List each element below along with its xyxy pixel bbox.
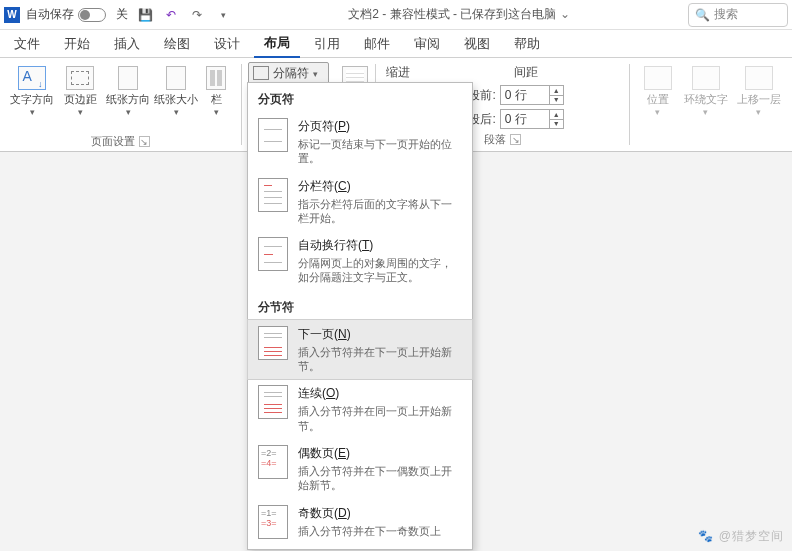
qat-customize[interactable]: ▾ xyxy=(212,4,234,26)
chevron-down-icon: ▾ xyxy=(126,107,131,117)
spin-up-icon[interactable]: ▲ xyxy=(550,86,563,96)
text-direction-icon: A↓ xyxy=(18,66,46,90)
tab-help[interactable]: 帮助 xyxy=(504,31,550,57)
search-input[interactable]: 🔍 搜索 xyxy=(688,3,788,27)
chevron-down-icon: ▾ xyxy=(756,107,761,117)
item-title: 奇数页(D) xyxy=(298,505,462,522)
bring-forward-button[interactable]: 上移一层 ▾ xyxy=(732,62,786,117)
redo-button[interactable]: ↷ xyxy=(186,4,208,26)
spacing-before-value: 0 行 xyxy=(501,86,549,104)
chevron-down-icon: ▾ xyxy=(30,107,35,117)
item-title: 分栏符(C) xyxy=(298,178,462,195)
tab-home[interactable]: 开始 xyxy=(54,31,100,57)
columns-button[interactable]: 栏 ▾ xyxy=(202,62,230,117)
item-desc: 指示分栏符后面的文字将从下一栏开始。 xyxy=(298,197,462,226)
wrap-text-icon xyxy=(692,66,720,90)
orientation-button[interactable]: 纸张方向 ▾ xyxy=(106,62,150,117)
continuous-icon xyxy=(258,385,288,419)
tab-layout[interactable]: 布局 xyxy=(254,30,300,58)
chevron-down-icon: ▾ xyxy=(174,107,179,117)
spin-down-icon[interactable]: ▼ xyxy=(550,120,563,129)
menu-item-continuous[interactable]: 连续(O) 插入分节符并在同一页上开始新节。 xyxy=(248,379,472,439)
tab-view[interactable]: 视图 xyxy=(454,31,500,57)
search-placeholder: 搜索 xyxy=(714,6,738,23)
orientation-label: 纸张方向 xyxy=(106,93,150,106)
margins-button[interactable]: 页边距 ▾ xyxy=(58,62,102,117)
item-desc: 插入分节符并在下一页上开始新节。 xyxy=(298,345,462,374)
page-break-icon xyxy=(258,118,288,152)
spacing-header: 间距 xyxy=(514,62,538,82)
menu-item-page-break[interactable]: 分页符(P) 标记一页结束与下一页开始的位置。 xyxy=(248,112,472,172)
chevron-down-icon: ▾ xyxy=(655,107,660,117)
chevron-down-icon: ▾ xyxy=(78,107,83,117)
odd-page-icon: =1==3= xyxy=(258,505,288,539)
breaks-icon xyxy=(253,66,269,80)
size-icon xyxy=(166,66,186,90)
breaks-label: 分隔符 xyxy=(273,65,309,82)
tab-draw[interactable]: 绘图 xyxy=(154,31,200,57)
text-direction-label: 文字方向 xyxy=(10,93,54,106)
menu-item-column-break[interactable]: 分栏符(C) 指示分栏符后面的文字将从下一栏开始。 xyxy=(248,172,472,232)
menu-item-next-page[interactable]: 下一页(N) 插入分节符并在下一页上开始新节。 xyxy=(248,320,472,380)
item-title: 自动换行符(T) xyxy=(298,237,462,254)
spacing-after-spin[interactable]: 0 行 ▲▼ xyxy=(500,109,564,129)
item-desc: 分隔网页上的对象周围的文字，如分隔题注文字与正文。 xyxy=(298,256,462,285)
paragraph-launcher[interactable]: ↘ xyxy=(510,134,521,145)
spin-up-icon[interactable]: ▲ xyxy=(550,110,563,120)
menu-item-odd-page[interactable]: =1==3= 奇数页(D) 插入分节符并在下一奇数页上 xyxy=(248,499,472,545)
watermark: 🐾 @猎梦空间 xyxy=(698,528,784,545)
tab-insert[interactable]: 插入 xyxy=(104,31,150,57)
item-desc: 标记一页结束与下一页开始的位置。 xyxy=(298,137,462,166)
menu-item-even-page[interactable]: =2==4= 偶数页(E) 插入分节符并在下一偶数页上开始新节。 xyxy=(248,439,472,499)
text-wrap-break-icon xyxy=(258,237,288,271)
bring-forward-icon xyxy=(745,66,773,90)
chevron-down-icon: ▾ xyxy=(703,107,708,117)
autosave-state: 关 xyxy=(116,6,128,23)
pagesetup-launcher[interactable]: ↘ xyxy=(139,136,150,147)
item-title: 下一页(N) xyxy=(298,326,462,343)
wrap-text-button[interactable]: 环绕文字 ▾ xyxy=(684,62,728,117)
tab-mailings[interactable]: 邮件 xyxy=(354,31,400,57)
text-direction-button[interactable]: A↓ 文字方向 ▾ xyxy=(10,62,54,117)
tab-references[interactable]: 引用 xyxy=(304,31,350,57)
item-desc: 插入分节符并在同一页上开始新节。 xyxy=(298,404,462,433)
orientation-icon xyxy=(118,66,138,90)
even-page-icon: =2==4= xyxy=(258,445,288,479)
next-page-icon xyxy=(258,326,288,360)
spacing-before-spin[interactable]: 0 行 ▲▼ xyxy=(500,85,564,105)
section-pagebreaks-title: 分页符 xyxy=(248,83,472,112)
section-sectionbreaks-title: 分节符 xyxy=(248,291,472,320)
tab-review[interactable]: 审阅 xyxy=(404,31,450,57)
breaks-dropdown: 分页符 分页符(P) 标记一页结束与下一页开始的位置。 分栏符(C) 指示分栏符… xyxy=(247,82,473,550)
breaks-button[interactable]: 分隔符 ▾ xyxy=(248,62,330,84)
spacing-after-value: 0 行 xyxy=(501,110,549,128)
menu-item-text-wrapping-break[interactable]: 自动换行符(T) 分隔网页上的对象周围的文字，如分隔题注文字与正文。 xyxy=(248,231,472,291)
undo-button[interactable]: ↶ xyxy=(160,4,182,26)
save-button[interactable]: 💾 xyxy=(134,4,156,26)
title-dropdown-icon[interactable]: ⌄ xyxy=(560,7,570,21)
column-break-icon xyxy=(258,178,288,212)
item-title: 连续(O) xyxy=(298,385,462,402)
item-desc: 插入分节符并在下一奇数页上 xyxy=(298,524,462,538)
size-button[interactable]: 纸张大小 ▾ xyxy=(154,62,198,117)
group-paragraph-title: 段落 xyxy=(484,132,506,147)
tab-file[interactable]: 文件 xyxy=(4,31,50,57)
position-label: 位置 xyxy=(647,93,669,106)
margins-icon xyxy=(66,66,94,90)
position-button[interactable]: 位置 ▾ xyxy=(636,62,680,117)
item-title: 分页符(P) xyxy=(298,118,462,135)
item-desc: 插入分节符并在下一偶数页上开始新节。 xyxy=(298,464,462,493)
doc-title-text: 文档2 - 兼容性模式 - 已保存到这台电脑 xyxy=(348,7,556,21)
indent-header: 缩进 xyxy=(386,62,410,82)
margins-label: 页边距 xyxy=(64,93,97,106)
autosave-toggle[interactable] xyxy=(78,8,106,22)
app-icon: W xyxy=(4,7,20,23)
wrap-label: 环绕文字 xyxy=(684,93,728,106)
spin-down-icon[interactable]: ▼ xyxy=(550,96,563,105)
group-pagesetup-title: 页面设置 xyxy=(91,134,135,149)
position-icon xyxy=(644,66,672,90)
bring-forward-label: 上移一层 xyxy=(737,93,781,106)
document-title: 文档2 - 兼容性模式 - 已保存到这台电脑 ⌄ xyxy=(236,6,682,23)
size-label: 纸张大小 xyxy=(154,93,198,106)
tab-design[interactable]: 设计 xyxy=(204,31,250,57)
